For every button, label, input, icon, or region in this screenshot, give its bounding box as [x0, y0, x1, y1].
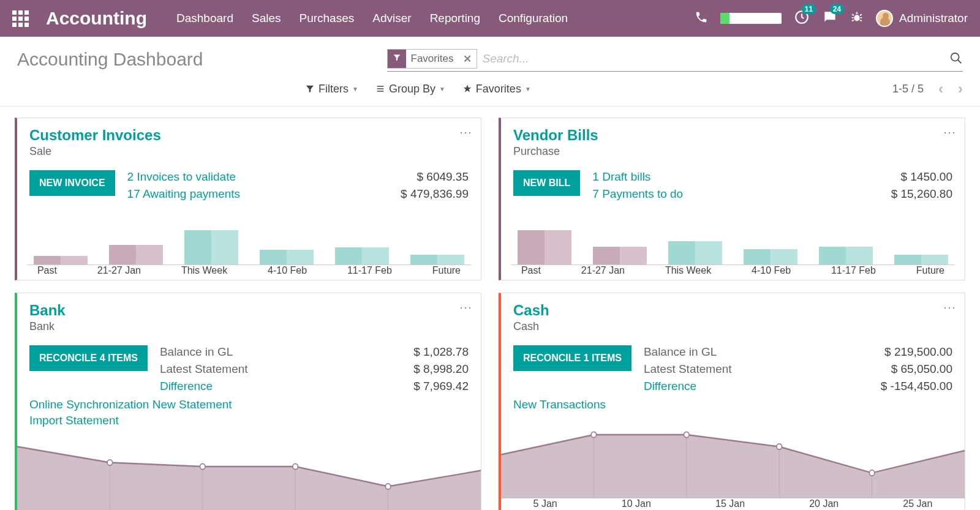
navbar: Accounting Dashboard Sales Purchases Adv… — [0, 0, 980, 37]
chat-icon[interactable]: 24 — [822, 9, 838, 28]
phone-icon[interactable] — [695, 10, 708, 26]
stat-link[interactable]: 7 Payments to do — [592, 187, 683, 201]
dashboard: Customer Invoices Sale ⋮ NEW INVOICE 2 I… — [0, 107, 980, 510]
card-title[interactable]: Customer Invoices — [29, 127, 161, 144]
chat-badge: 24 — [830, 4, 844, 14]
new-bill-button[interactable]: NEW BILL — [513, 170, 580, 196]
search-icon[interactable] — [949, 51, 963, 67]
facet-remove-icon[interactable]: ✕ — [458, 53, 477, 66]
kebab-icon[interactable]: ⋮ — [464, 127, 469, 158]
cash-area-chart[interactable] — [501, 419, 965, 498]
card-subtitle: Purchase — [513, 145, 598, 158]
filter-icon — [388, 50, 406, 68]
stat-value: $ 479,836.99 — [401, 187, 469, 201]
menu-adviser[interactable]: Adviser — [372, 12, 411, 25]
card-title[interactable]: Bank — [29, 302, 66, 319]
user-menu[interactable]: Administrator — [876, 10, 968, 27]
stat-value: $ 15,260.80 — [891, 187, 952, 201]
svg-point-16 — [684, 432, 689, 437]
stat-link[interactable]: 2 Invoices to validate — [127, 170, 236, 184]
menu-dashboard[interactable]: Dashboard — [176, 12, 233, 25]
svg-point-15 — [591, 432, 596, 437]
link-online-sync[interactable]: Online Synchronization New Statement — [29, 398, 469, 411]
search-facet-favorites[interactable]: Favorites ✕ — [387, 49, 478, 69]
progress-bar[interactable] — [720, 13, 782, 24]
card-subtitle: Cash — [513, 320, 549, 333]
svg-point-6 — [107, 460, 112, 465]
new-invoice-button[interactable]: NEW INVOICE — [29, 170, 115, 196]
control-panel: Accounting Dashboard Favorites ✕ Fil — [0, 37, 980, 107]
activity-icon[interactable]: 11 — [794, 9, 810, 28]
main-menu: Dashboard Sales Purchases Adviser Report… — [176, 12, 568, 25]
apps-icon[interactable] — [12, 10, 29, 27]
kebab-icon[interactable]: ⋮ — [948, 302, 952, 333]
card-subtitle: Bank — [29, 320, 66, 333]
svg-point-1 — [951, 53, 959, 61]
activity-badge: 11 — [802, 4, 816, 14]
invoices-bar-chart[interactable] — [17, 209, 481, 264]
reconcile-bank-button[interactable]: RECONCILE 4 ITEMS — [29, 345, 148, 371]
username: Administrator — [899, 12, 968, 25]
stat-link[interactable]: 17 Awaiting payments — [127, 187, 241, 201]
card-subtitle: Sale — [29, 145, 161, 158]
stat-link[interactable]: 1 Draft bills — [592, 170, 650, 184]
menu-configuration[interactable]: Configuration — [499, 12, 568, 25]
svg-point-9 — [385, 484, 390, 489]
stat-value: $ 6049.35 — [417, 170, 469, 184]
filters-button[interactable]: Filters▼ — [305, 83, 358, 96]
brand-title[interactable]: Accounting — [46, 8, 147, 29]
bills-bar-chart[interactable] — [501, 209, 965, 264]
kebab-icon[interactable]: ⋮ — [948, 127, 952, 158]
card-customer-invoices: Customer Invoices Sale ⋮ NEW INVOICE 2 I… — [15, 118, 481, 280]
stat-value: $ 1450.00 — [900, 170, 952, 184]
pager-count[interactable]: 1-5 / 5 — [892, 83, 924, 96]
pager-next[interactable]: › — [958, 80, 963, 97]
menu-reporting[interactable]: Reporting — [430, 12, 480, 25]
card-cash: Cash Cash ⋮ RECONCILE 1 ITEMS Balance in… — [499, 293, 965, 510]
facet-label: Favorites — [406, 53, 459, 65]
card-bank: Bank Bank ⋮ RECONCILE 4 ITEMS Balance in… — [15, 293, 481, 510]
link-import-statement[interactable]: Import Statement — [29, 414, 469, 427]
svg-point-17 — [777, 444, 782, 449]
page-title: Accounting Dashboard — [17, 49, 203, 70]
search-input[interactable] — [477, 50, 963, 68]
svg-point-8 — [293, 463, 298, 469]
bar-labels: Past21-27 JanThis Week4-10 Feb11-17 FebF… — [501, 265, 965, 280]
link-new-transactions[interactable]: New Transactions — [513, 398, 952, 411]
avatar-icon — [876, 10, 893, 27]
svg-point-7 — [200, 463, 205, 469]
group-by-button[interactable]: Group By▼ — [375, 83, 445, 96]
card-vendor-bills: Vendor Bills Purchase ⋮ NEW BILL 1 Draft… — [499, 118, 965, 280]
area-labels: 5 Jan10 Jan15 Jan20 Jan25 Jan — [501, 498, 965, 510]
bar-labels: Past21-27 JanThis Week4-10 Feb11-17 FebF… — [17, 265, 481, 280]
card-title[interactable]: Cash — [513, 302, 549, 319]
svg-point-18 — [869, 470, 874, 476]
bank-area-chart[interactable] — [17, 435, 481, 510]
debug-icon[interactable] — [850, 10, 864, 26]
card-title[interactable]: Vendor Bills — [513, 127, 598, 144]
menu-sales[interactable]: Sales — [252, 12, 281, 25]
kebab-icon[interactable]: ⋮ — [464, 302, 469, 333]
favorites-button[interactable]: Favorites▼ — [462, 83, 531, 96]
pager-prev[interactable]: ‹ — [938, 80, 943, 97]
menu-purchases[interactable]: Purchases — [299, 12, 354, 25]
reconcile-cash-button[interactable]: RECONCILE 1 ITEMS — [513, 345, 631, 371]
